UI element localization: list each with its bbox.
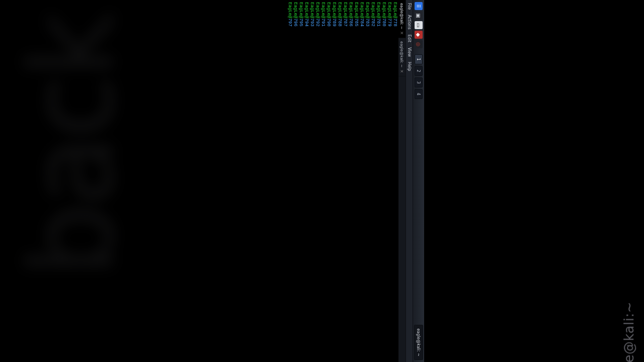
terminal-line: EagLe@782 bbox=[370, 2, 375, 360]
terminal-line: EagLe@796 bbox=[292, 2, 298, 360]
workspace-4[interactable]: 4 bbox=[415, 89, 423, 99]
terminal-line: EagLe@783 bbox=[364, 2, 370, 360]
terminal-line: EagLe@794 bbox=[303, 2, 309, 360]
terminal-line: EagLe@779 bbox=[386, 2, 392, 360]
video-title-side: eagle@kali:~ bbox=[621, 302, 636, 362]
file-manager-icon[interactable]: ▭ bbox=[415, 21, 423, 29]
terminal-line: EagLe@790 bbox=[326, 2, 331, 360]
video-frame: back | t eagle@kali:~ >> back | track4 bbox=[0, 0, 644, 362]
terminal-menu-help[interactable]: Help bbox=[408, 62, 412, 71]
terminal-line: EagLe@789 bbox=[331, 2, 337, 360]
terminal-line: EagLe@787 bbox=[342, 2, 348, 360]
workspace-2[interactable]: 2 bbox=[415, 66, 423, 76]
terminal-tab-label: eagle@kali: ~ bbox=[400, 41, 405, 67]
close-icon[interactable]: × bbox=[400, 31, 405, 35]
terminal-line: EagLe@785 bbox=[353, 2, 359, 360]
terminal-tabbar: eagle@kali: ~×eagle@kali: ~× bbox=[398, 0, 406, 362]
app-1-icon[interactable]: ◆ bbox=[415, 31, 423, 39]
bg-wallpaper-text: back | t bbox=[5, 0, 139, 277]
workspace-3[interactable]: 3 bbox=[415, 77, 423, 87]
terminal-line: EagLe@797 bbox=[287, 2, 292, 360]
terminal-tab-0[interactable]: eagle@kali: ~× bbox=[398, 0, 406, 38]
terminal-line: EagLe@778 bbox=[392, 2, 397, 360]
terminal-line: EagLe@791 bbox=[320, 2, 326, 360]
app-2-icon[interactable]: ◎ bbox=[415, 40, 423, 48]
terminal-menu-file[interactable]: File bbox=[408, 3, 412, 10]
terminal-line: EagLe@786 bbox=[348, 2, 353, 360]
terminal-menu-actions[interactable]: Actions bbox=[408, 15, 412, 29]
terminal-launch-icon[interactable]: ▣ bbox=[415, 12, 423, 20]
kali-menu-icon[interactable]: ⠿ bbox=[415, 2, 423, 10]
taskbar-terminal-button[interactable]: eagle@kali: ~ bbox=[414, 325, 423, 360]
terminal-line: EagLe@795 bbox=[298, 2, 303, 360]
terminal-line: EagLe@784 bbox=[359, 2, 364, 360]
portrait-strip: >> back | track4 ⠿▣▭◆◎1234eagle@kali: ~ … bbox=[220, 0, 424, 362]
linux-desktop: >> back | track4 ⠿▣▭◆◎1234eagle@kali: ~ … bbox=[220, 0, 424, 362]
terminal-menubar: FileActionsEditViewHelp bbox=[406, 0, 413, 362]
terminal-line: EagLe@781 bbox=[375, 2, 381, 360]
terminal-tab-label: eagle@kali: ~ bbox=[400, 3, 405, 29]
terminal-menu-edit[interactable]: Edit bbox=[408, 35, 412, 43]
workspace-1[interactable]: 1 bbox=[415, 54, 423, 64]
close-icon[interactable]: × bbox=[400, 69, 405, 73]
terminal-line: EagLe@788 bbox=[337, 2, 342, 360]
terminal-output[interactable]: EagLe@778EagLe@779EagLe@780EagLe@781EagL… bbox=[220, 0, 398, 362]
terminal-line: EagLe@793 bbox=[309, 2, 314, 360]
terminal-menu-view[interactable]: View bbox=[408, 47, 412, 57]
terminal-tab-1[interactable]: eagle@kali: ~× bbox=[398, 38, 406, 76]
terminal-line: EagLe@792 bbox=[314, 2, 320, 360]
top-panel: ⠿▣▭◆◎1234eagle@kali: ~ bbox=[413, 0, 424, 362]
terminal-line: EagLe@780 bbox=[381, 2, 386, 360]
terminal-window: FileActionsEditViewHelp eagle@kali: ~×ea… bbox=[220, 0, 413, 362]
